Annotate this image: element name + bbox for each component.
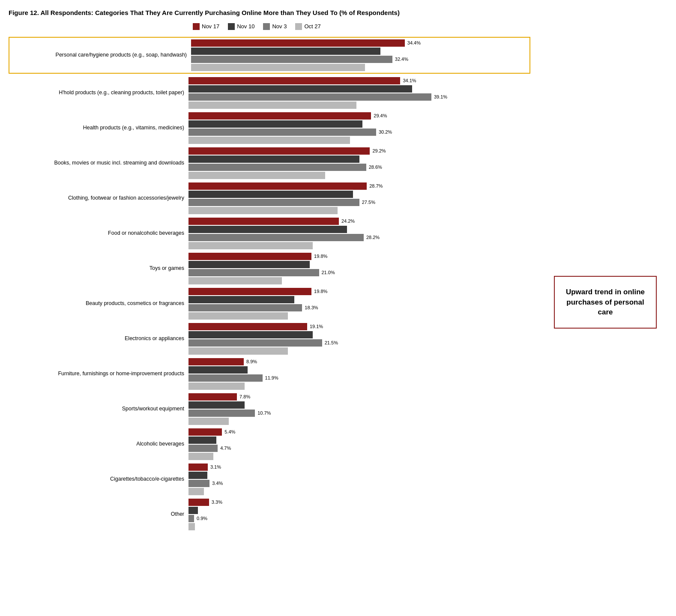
bar-value-label: 21.5% [325, 340, 338, 345]
bars-group: 34.4%32.4% [191, 39, 421, 71]
annotation-section: Upward trend in online purchases of pers… [530, 37, 667, 534]
bar-row [188, 347, 338, 355]
bar-row [188, 226, 380, 233]
bar-value-label: 30.2% [379, 129, 392, 135]
legend-color-box [263, 23, 270, 30]
bar-row: 29.2% [188, 147, 386, 155]
bar-row [188, 401, 271, 409]
bar-row [188, 277, 335, 284]
bar-value-label: 8.9% [246, 359, 257, 364]
legend-label: Nov 17 [202, 23, 219, 30]
legend-item: Nov 3 [263, 23, 287, 30]
category-row: Clothing, footwear or fashion accessorie… [9, 182, 530, 214]
bar-row: 28.6% [188, 164, 386, 171]
annotation-box: Upward trend in online purchases of pers… [554, 276, 657, 329]
bar-Nov-10 [188, 261, 310, 268]
bar-Nov-3 [188, 374, 263, 382]
bar-row [188, 472, 223, 479]
bar-value-label: 19.8% [314, 254, 327, 259]
category-row: Beauty products, cosmetics or fragrances… [9, 288, 530, 320]
bar-Oct-27 [188, 207, 338, 214]
bar-Nov-17 [188, 77, 400, 84]
bar-row [188, 437, 235, 444]
bar-Nov-17 [188, 182, 367, 190]
bar-row [188, 383, 278, 390]
bar-value-label: 39.1% [434, 94, 447, 99]
category-label: Sports/workout equipment [9, 406, 188, 412]
bar-row [188, 261, 335, 268]
category-label: Furniture, furnishings or home-improveme… [9, 371, 188, 377]
bar-row: 24.2% [188, 218, 380, 225]
bar-Oct-27 [188, 172, 325, 179]
bar-Oct-27 [188, 488, 204, 495]
bar-row: 11.9% [188, 374, 278, 382]
category-row: Toys or games19.8%21.0% [9, 253, 530, 284]
bar-row [188, 172, 386, 179]
bar-Nov-3 [188, 199, 359, 206]
bar-value-label: 10.7% [257, 410, 271, 416]
bar-row [188, 85, 447, 93]
bar-Oct-27 [188, 523, 195, 530]
bar-row: 34.1% [188, 77, 447, 84]
bar-Nov-17 [188, 463, 208, 471]
legend-item: Nov 17 [193, 23, 219, 30]
bars-group: 7.8%10.7% [188, 393, 271, 425]
bar-Nov-10 [188, 331, 313, 338]
bar-row: 7.8% [188, 393, 271, 401]
legend-color-box [193, 23, 200, 30]
bar-Nov-10 [188, 472, 207, 479]
bar-Nov-10 [188, 120, 362, 128]
bar-value-label: 19.1% [310, 324, 323, 329]
bar-value-label: 32.4% [395, 57, 408, 62]
bar-Nov-3 [188, 410, 255, 417]
bar-Nov-10 [188, 85, 412, 93]
bar-row: 3.4% [188, 480, 223, 487]
chart-title: Figure 12. All Respondents: Categories T… [9, 9, 667, 17]
bar-Nov-3 [188, 445, 218, 452]
bar-value-label: 11.9% [265, 375, 278, 380]
bar-row [188, 207, 383, 214]
bar-Oct-27 [188, 453, 213, 460]
bars-section: Personal care/hygiene products (e.g., so… [9, 37, 530, 534]
bar-value-label: 24.2% [341, 218, 355, 224]
bar-row: 19.1% [188, 323, 338, 330]
bar-Nov-3 [188, 339, 322, 347]
bar-row [188, 488, 223, 495]
bar-row: 5.4% [188, 428, 235, 436]
bar-value-label: 21.0% [322, 270, 335, 275]
bar-Nov-17 [188, 218, 339, 225]
legend-color-box [295, 23, 302, 30]
bar-row: 30.2% [188, 129, 392, 136]
bars-group: 29.2%28.6% [188, 147, 386, 179]
bar-row: 32.4% [191, 56, 421, 63]
bar-Nov-3 [188, 304, 302, 311]
bar-Nov-10 [188, 401, 245, 409]
bar-value-label: 29.2% [372, 148, 386, 153]
bar-Nov-17 [188, 428, 222, 436]
bar-Nov-17 [188, 358, 244, 365]
category-row: Furniture, furnishings or home-improveme… [9, 358, 530, 390]
bar-Nov-3 [188, 515, 194, 522]
bar-row [191, 48, 421, 55]
bar-Nov-10 [188, 437, 216, 444]
bar-row: 0.9% [188, 515, 222, 522]
bar-Oct-27 [188, 277, 282, 284]
bar-Nov-10 [188, 155, 359, 163]
category-row: Food or nonalcoholic beverages24.2%28.2% [9, 218, 530, 249]
category-row: Cigarettes/tobacco/e-cigarettes3.1%3.4% [9, 463, 530, 495]
bar-value-label: 29.4% [374, 113, 387, 118]
bar-value-label: 7.8% [239, 394, 250, 399]
bar-Nov-3 [191, 56, 392, 63]
bar-Oct-27 [188, 418, 229, 425]
bar-value-label: 27.5% [362, 200, 375, 205]
bar-Oct-27 [188, 137, 350, 144]
bar-Oct-27 [188, 242, 313, 249]
bar-Nov-10 [188, 507, 198, 514]
bar-Nov-3 [188, 234, 364, 241]
bar-Nov-10 [191, 48, 380, 55]
bar-row [188, 507, 222, 514]
bar-row: 28.7% [188, 182, 383, 190]
category-label: Other [9, 511, 188, 517]
bar-row: 34.4% [191, 39, 421, 47]
bars-group: 3.1%3.4% [188, 463, 223, 495]
